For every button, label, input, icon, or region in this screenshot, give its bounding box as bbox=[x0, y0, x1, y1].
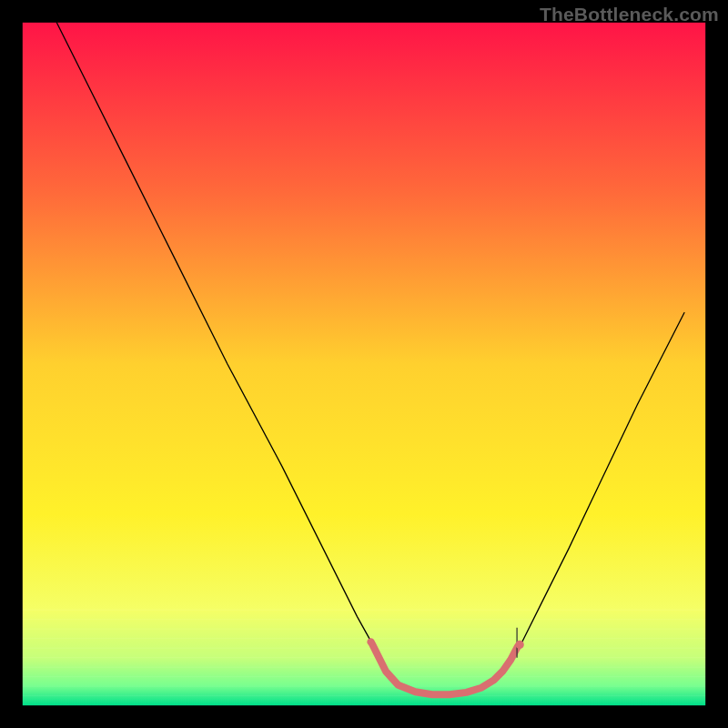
chart-container: TheBottleneck.com bbox=[0, 0, 728, 728]
highlight-endpoint bbox=[515, 641, 523, 649]
watermark-text: TheBottleneck.com bbox=[540, 4, 719, 25]
svg-rect-1 bbox=[23, 23, 705, 705]
highlight-endpoint bbox=[367, 638, 374, 645]
chart-canvas bbox=[0, 0, 728, 728]
